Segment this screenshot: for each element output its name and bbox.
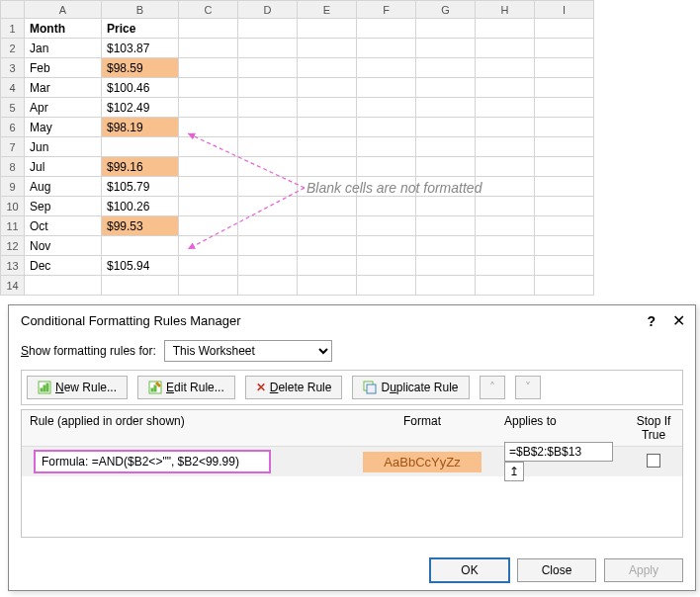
row-header-10[interactable]: 10 xyxy=(1,197,25,216)
cell-F2[interactable] xyxy=(357,39,416,58)
cell-G1[interactable] xyxy=(416,19,476,39)
applies-to-input[interactable]: =$B$2:$B$13 xyxy=(504,442,613,462)
cell-I8[interactable] xyxy=(535,157,594,177)
cell-E10[interactable] xyxy=(298,197,357,216)
cell-F11[interactable] xyxy=(357,216,416,236)
row-header-6[interactable]: 6 xyxy=(1,118,25,137)
cell-A2[interactable]: Jan xyxy=(25,39,102,58)
cell-E5[interactable] xyxy=(298,98,357,118)
cell-C4[interactable] xyxy=(179,78,238,98)
col-header-D[interactable]: D xyxy=(238,1,298,19)
cell-H9[interactable] xyxy=(476,177,535,197)
cell-I11[interactable] xyxy=(535,216,594,236)
scope-select[interactable]: This Worksheet xyxy=(164,340,332,362)
cell-F8[interactable] xyxy=(357,157,416,177)
cell-D13[interactable] xyxy=(238,256,298,276)
cell-A9[interactable]: Aug xyxy=(25,177,102,197)
cell-C14[interactable] xyxy=(179,276,238,296)
cell-A6[interactable]: May xyxy=(25,118,102,137)
cell-H14[interactable] xyxy=(476,276,535,296)
cell-C2[interactable] xyxy=(179,39,238,58)
cell-D8[interactable] xyxy=(238,157,298,177)
cell-C10[interactable] xyxy=(179,197,238,216)
cell-E4[interactable] xyxy=(298,78,357,98)
cell-G5[interactable] xyxy=(416,98,476,118)
cell-B13[interactable]: $105.94 xyxy=(102,256,179,276)
cell-G10[interactable] xyxy=(416,197,476,216)
cell-C9[interactable] xyxy=(179,177,238,197)
cell-C11[interactable] xyxy=(179,216,238,236)
row-header-13[interactable]: 13 xyxy=(1,256,25,276)
ok-button[interactable]: OK xyxy=(430,558,509,582)
cell-B5[interactable]: $102.49 xyxy=(102,98,179,118)
col-header-A[interactable]: A xyxy=(25,1,102,19)
col-header-C[interactable]: C xyxy=(179,1,238,19)
col-header-F[interactable]: F xyxy=(357,1,416,19)
cell-H1[interactable] xyxy=(476,19,535,39)
cell-D12[interactable] xyxy=(238,236,298,256)
cell-I13[interactable] xyxy=(535,256,594,276)
cell-G7[interactable] xyxy=(416,137,476,157)
cell-H2[interactable] xyxy=(476,39,535,58)
cell-B3[interactable]: $98.59 xyxy=(102,58,179,78)
cell-D9[interactable] xyxy=(238,177,298,197)
cell-C7[interactable] xyxy=(179,137,238,157)
cell-H3[interactable] xyxy=(476,58,535,78)
cell-G13[interactable] xyxy=(416,256,476,276)
cell-E8[interactable] xyxy=(298,157,357,177)
cell-I14[interactable] xyxy=(535,276,594,296)
cell-D3[interactable] xyxy=(238,58,298,78)
range-picker-button[interactable]: ↥ xyxy=(504,462,524,481)
cell-C12[interactable] xyxy=(179,236,238,256)
cell-D11[interactable] xyxy=(238,216,298,236)
cell-B7[interactable] xyxy=(102,137,179,157)
cell-B14[interactable] xyxy=(102,276,179,296)
row-header-11[interactable]: 11 xyxy=(1,216,25,236)
cell-B4[interactable]: $100.46 xyxy=(102,78,179,98)
cell-A12[interactable]: Nov xyxy=(25,236,102,256)
cell-I5[interactable] xyxy=(535,98,594,118)
cell-D14[interactable] xyxy=(238,276,298,296)
cell-G3[interactable] xyxy=(416,58,476,78)
delete-rule-button[interactable]: ✕ Delete Rule xyxy=(245,376,343,399)
duplicate-rule-button[interactable]: Duplicate Rule xyxy=(352,376,469,399)
col-header-B[interactable]: B xyxy=(102,1,179,19)
row-header-5[interactable]: 5 xyxy=(1,98,25,118)
col-header-I[interactable]: I xyxy=(535,1,594,19)
cell-I4[interactable] xyxy=(535,78,594,98)
cell-B1[interactable]: Price xyxy=(102,19,179,39)
cell-A14[interactable] xyxy=(25,276,102,296)
cell-H11[interactable] xyxy=(476,216,535,236)
cell-D10[interactable] xyxy=(238,197,298,216)
cell-F6[interactable] xyxy=(357,118,416,137)
cell-E11[interactable] xyxy=(298,216,357,236)
cell-E7[interactable] xyxy=(298,137,357,157)
cell-A1[interactable]: Month xyxy=(25,19,102,39)
row-header-2[interactable]: 2 xyxy=(1,39,25,58)
cell-F1[interactable] xyxy=(357,19,416,39)
cell-H7[interactable] xyxy=(476,137,535,157)
cell-G4[interactable] xyxy=(416,78,476,98)
cell-C1[interactable] xyxy=(179,19,238,39)
cell-A11[interactable]: Oct xyxy=(25,216,102,236)
cell-E1[interactable] xyxy=(298,19,357,39)
col-header-G[interactable]: G xyxy=(416,1,476,19)
row-header-8[interactable]: 8 xyxy=(1,157,25,177)
row-header-12[interactable]: 12 xyxy=(1,236,25,256)
col-header-H[interactable]: H xyxy=(476,1,535,19)
stop-if-true-checkbox[interactable] xyxy=(647,454,660,468)
cell-H12[interactable] xyxy=(476,236,535,256)
close-icon[interactable]: ✕ xyxy=(672,311,685,330)
cell-E14[interactable] xyxy=(298,276,357,296)
move-down-button[interactable]: ˅ xyxy=(515,376,541,399)
cell-F13[interactable] xyxy=(357,256,416,276)
cell-G12[interactable] xyxy=(416,236,476,256)
cell-C13[interactable] xyxy=(179,256,238,276)
spreadsheet-grid[interactable]: ABCDEFGHI 1MonthPrice2Jan$103.873Feb$98.… xyxy=(0,0,594,296)
cell-F3[interactable] xyxy=(357,58,416,78)
cell-F4[interactable] xyxy=(357,78,416,98)
apply-button[interactable]: Apply xyxy=(604,558,683,582)
row-header-14[interactable]: 14 xyxy=(1,276,25,296)
cell-E3[interactable] xyxy=(298,58,357,78)
cell-H6[interactable] xyxy=(476,118,535,137)
